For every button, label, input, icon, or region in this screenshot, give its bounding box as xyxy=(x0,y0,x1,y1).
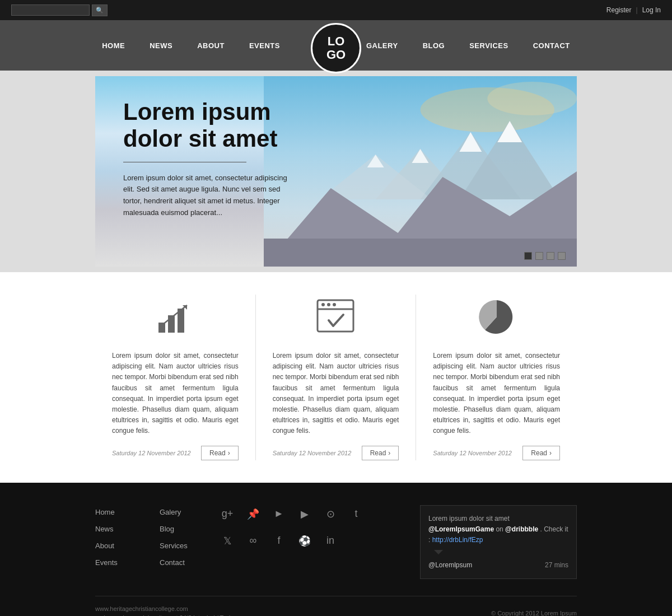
register-link[interactable]: Register xyxy=(606,6,632,14)
svg-point-22 xyxy=(333,303,336,306)
nav-blog[interactable]: BLOG xyxy=(410,20,458,71)
slider-dot-3[interactable] xyxy=(547,252,554,260)
footer-tweet-widget: Lorem ipsum dolor sit amet @LoremlpsumGa… xyxy=(420,505,577,580)
slider-dot-1[interactable] xyxy=(524,252,532,260)
nav-contact[interactable]: CONTACT xyxy=(521,20,582,71)
youtube-icon[interactable]: ▶ xyxy=(296,505,314,523)
site-url: www.heritagechristiancollege.com xyxy=(95,605,239,612)
auth-separator: | xyxy=(636,6,638,14)
feature-1-date: Saturday 12 November 2012 xyxy=(112,450,191,456)
feature-2-text: Lorem ipsum dolor sit amet, consectetur … xyxy=(273,351,399,437)
footer-inner: Home Galery News Blog About Services Eve… xyxy=(95,505,577,580)
footer-nav-events[interactable]: Events xyxy=(95,556,143,570)
nav-inner: LO GO HOME NEWS ABOUT EVENTS GALERY BLOG… xyxy=(0,20,672,71)
login-link[interactable]: Log In xyxy=(642,6,661,14)
footer-nav-news[interactable]: News xyxy=(95,522,143,536)
top-bar: 🔍 Register | Log In xyxy=(0,0,672,20)
hero-title: Lorem ipsum dolor sit amet xyxy=(123,99,291,153)
tweet-time: 27 mins xyxy=(545,560,568,571)
footer-nav-contact[interactable]: Contact xyxy=(160,556,207,570)
chevron-right-icon-3: › xyxy=(549,449,552,457)
tweet-content: Lorem ipsum dolor sit amet @LoremlpsumGa… xyxy=(428,514,568,546)
nav-home[interactable]: HOME xyxy=(90,20,137,71)
logo[interactable]: LO GO xyxy=(311,23,361,73)
tweet-body: Lorem ipsum dolor sit amet xyxy=(428,515,510,522)
hero-slider: Lorem ipsum dolor sit amet Lorem ipsum d… xyxy=(95,76,577,267)
svg-point-20 xyxy=(321,303,325,306)
chevron-right-icon-2: › xyxy=(388,449,390,457)
browser-icon xyxy=(273,295,399,339)
search-input[interactable] xyxy=(11,4,90,16)
tweet-handle-1: @LoremlpsumGame xyxy=(428,525,494,533)
social-row-2: 𝕏 ∞ f ⚽ in xyxy=(218,532,409,550)
chevron-right-icon: › xyxy=(228,449,230,457)
feature-3-footer: Saturday 12 November 2012 Read › xyxy=(433,446,560,460)
logo-text-bottom: GO xyxy=(326,48,346,62)
nav-services[interactable]: SERVICES xyxy=(457,20,521,71)
hero-content: Lorem ipsum dolor sit amet Lorem ipsum d… xyxy=(123,99,291,219)
footer-nav-services[interactable]: Services xyxy=(160,539,207,553)
feature-col-3: Lorem ipsum dolor sit amet, consectetur … xyxy=(416,295,577,460)
features-section: Lorem ipsum dolor sit amet, consectetur … xyxy=(0,272,672,483)
feature-3-text: Lorem ipsum dolor sit amet, consectetur … xyxy=(433,351,560,437)
tweet-meta: @Loremlpsum 27 mins xyxy=(428,560,568,571)
feature-1-read-button[interactable]: Read › xyxy=(201,446,239,460)
tweet-username: @Loremlpsum xyxy=(428,560,472,571)
footer-address-block: www.heritagechristiancollege.com ▼ Lorem… xyxy=(95,605,239,616)
features-inner: Lorem ipsum dolor sit amet, consectetur … xyxy=(95,295,577,460)
rss-icon[interactable]: ► xyxy=(270,505,288,523)
footer-nav-home[interactable]: Home xyxy=(95,505,143,520)
nav-about[interactable]: ABOUT xyxy=(185,20,237,71)
google-plus-icon[interactable]: g+ xyxy=(218,505,236,523)
linkedin-icon[interactable]: in xyxy=(321,532,339,550)
tweet-handle-2: @dribbble xyxy=(505,525,538,533)
svg-point-21 xyxy=(327,303,330,306)
search-button[interactable]: 🔍 xyxy=(92,4,108,16)
nav-galery[interactable]: GALERY xyxy=(354,20,410,71)
chart-icon xyxy=(112,295,239,339)
feature-2-date: Saturday 12 November 2012 xyxy=(273,450,352,456)
flickr-icon[interactable]: ⊙ xyxy=(321,505,339,523)
tumblr-icon[interactable]: t xyxy=(347,505,365,523)
footer-nav-galery[interactable]: Galery xyxy=(160,505,207,520)
footer-nav-blog[interactable]: Blog xyxy=(160,522,207,536)
slider-dots xyxy=(524,252,566,260)
nav-events[interactable]: EVENTS xyxy=(237,20,292,71)
dribbble-icon[interactable]: ⚽ xyxy=(296,532,314,550)
hero-divider xyxy=(123,162,246,162)
facebook-icon[interactable]: f xyxy=(270,532,288,550)
svg-point-2 xyxy=(487,82,577,115)
nav-wrapper: LO GO HOME NEWS ABOUT EVENTS GALERY BLOG… xyxy=(0,20,672,71)
feature-3-date: Saturday 12 November 2012 xyxy=(433,450,512,456)
tweet-link[interactable]: http://drbLin/fEzp xyxy=(432,536,483,544)
pie-icon xyxy=(433,295,560,339)
feature-col-1: Lorem ipsum dolor sit amet, consectetur … xyxy=(95,295,256,460)
feature-1-text: Lorem ipsum dolor sit amet, consectetur … xyxy=(112,351,239,437)
feature-3-read-button[interactable]: Read › xyxy=(522,446,560,460)
slider-dot-2[interactable] xyxy=(535,252,543,260)
footer-copyright: © Copyright 2012 Lorem Ipsum xyxy=(491,610,577,616)
twitter-icon[interactable]: 𝕏 xyxy=(218,532,236,550)
footer-nav-about[interactable]: About xyxy=(95,539,143,553)
feature-col-2: Lorem ipsum dolor sit amet, consectetur … xyxy=(256,295,417,460)
feature-1-footer: Saturday 12 November 2012 Read › xyxy=(112,446,239,460)
tweet-mid: on xyxy=(496,525,505,533)
nav-news[interactable]: NEWS xyxy=(137,20,185,71)
footer-social: g+ 📌 ► ▶ ⊙ t 𝕏 ∞ f ⚽ in xyxy=(207,505,420,580)
feature-2-footer: Saturday 12 November 2012 Read › xyxy=(273,446,399,460)
auth-links: Register | Log In xyxy=(606,6,661,14)
hero-body-text: Lorem ipsum dolor sit amet, consectetur … xyxy=(123,172,291,219)
logo-text-top: LO xyxy=(328,35,345,48)
search-form: 🔍 xyxy=(11,4,108,16)
pinterest-icon[interactable]: 📌 xyxy=(244,505,262,523)
social-row-1: g+ 📌 ► ▶ ⊙ t xyxy=(218,505,409,523)
footer-nav: Home Galery News Blog About Services Eve… xyxy=(95,505,207,580)
lastfm-icon[interactable]: ∞ xyxy=(244,532,262,550)
feature-2-read-button[interactable]: Read › xyxy=(362,446,399,460)
slider-dot-4[interactable] xyxy=(558,252,566,260)
footer: Home Galery News Blog About Services Eve… xyxy=(0,483,672,617)
